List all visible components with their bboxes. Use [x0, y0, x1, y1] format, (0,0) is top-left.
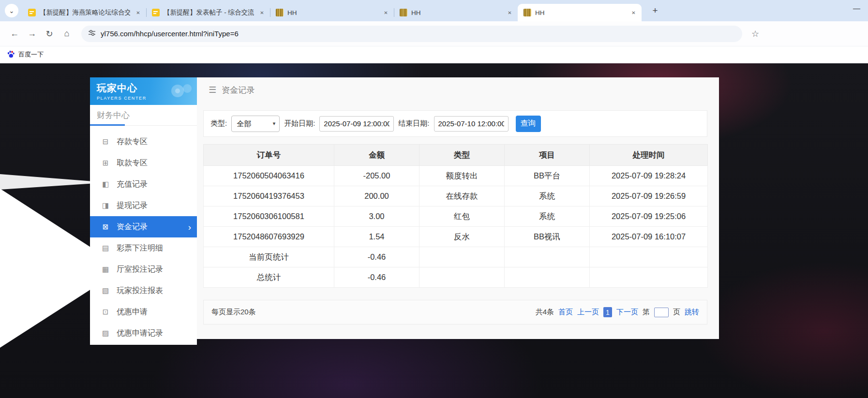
- cell-summary-label: 当前页统计: [204, 247, 334, 267]
- lottery-bet-icon: ▤: [101, 244, 110, 252]
- cell-project: BB视讯: [505, 227, 590, 247]
- type-select[interactable]: 全部: [231, 116, 280, 132]
- sidebar-item-label: 优惠申请: [117, 307, 148, 317]
- browser-tab-active[interactable]: HH ✕: [518, 4, 642, 21]
- cell-type: 额度转出: [419, 166, 505, 186]
- cell-amount: -205.00: [334, 166, 419, 186]
- browser-toolbar: ← → ↻ ⌂ yl756.com/hhcp/usercenter.html?i…: [0, 21, 868, 46]
- sidebar-item-label: 取款专区: [117, 158, 148, 168]
- home-button[interactable]: ⌂: [58, 25, 75, 43]
- search-button[interactable]: 查询: [516, 116, 541, 132]
- cell-type: 在线存款: [419, 186, 505, 206]
- table-header-row: 订单号 金额 类型 项目 处理时间: [204, 145, 708, 166]
- chevron-down-icon: ⌄: [9, 7, 15, 15]
- sidebar-item-hall-bet-record[interactable]: ▦ 厅室投注记录: [90, 259, 197, 280]
- tab-strip: ⌄ 【新提醒】海燕策略论坛综合交 ✕ 【新提醒】发表帖子 - 综合交流 ✕ HH…: [0, 0, 868, 21]
- cell-summary-label: 总统计: [204, 267, 334, 288]
- jump-page-input[interactable]: [654, 308, 669, 317]
- sidebar-item-fund-record[interactable]: ⊠ 资金记录 ›: [90, 216, 197, 237]
- jump-suffix-label: 页: [673, 308, 680, 317]
- cell-amount: -0.46: [334, 247, 419, 267]
- cell-type: 红包: [419, 206, 505, 227]
- back-button[interactable]: ←: [6, 25, 23, 43]
- table-row-total-summary: 总统计 -0.46: [204, 267, 708, 288]
- hh-favicon-icon: [524, 9, 531, 16]
- tab-search-button[interactable]: ⌄: [5, 4, 18, 17]
- records-table: 订单号 金额 类型 项目 处理时间 1752060504063416 -205.…: [203, 144, 708, 288]
- sidebar-header: 玩家中心 PLAYERS CENTER: [90, 77, 197, 105]
- browser-tab[interactable]: 【新提醒】发表帖子 - 综合交流 ✕: [146, 4, 270, 21]
- tab-close-icon[interactable]: ✕: [258, 9, 266, 17]
- tab-title: 【新提醒】海燕策略论坛综合交: [40, 8, 130, 17]
- forward-button[interactable]: →: [23, 25, 41, 43]
- col-order-id: 订单号: [204, 145, 334, 166]
- sidebar-section-finance: 财务中心: [90, 105, 197, 126]
- sidebar-item-player-bet-report[interactable]: ▧ 玩家投注报表: [90, 280, 197, 301]
- sidebar-item-label: 彩票下注明细: [117, 243, 163, 253]
- browser-tab[interactable]: HH ✕: [270, 4, 394, 21]
- table-row: 1752060419376453 200.00 在线存款 系统 2025-07-…: [204, 186, 708, 206]
- col-amount: 金额: [334, 145, 419, 166]
- jump-button[interactable]: 跳转: [685, 308, 699, 317]
- table-row: 1752048607693929 1.54 反水 BB视讯 2025-07-09…: [204, 227, 708, 247]
- reload-button[interactable]: ↻: [41, 25, 58, 43]
- browser-tab[interactable]: 【新提醒】海燕策略论坛综合交 ✕: [22, 4, 146, 21]
- col-project: 项目: [505, 145, 590, 166]
- tabs-container: 【新提醒】海燕策略论坛综合交 ✕ 【新提醒】发表帖子 - 综合交流 ✕ HH ✕…: [22, 0, 642, 21]
- cell-time: 2025-07-09 19:25:06: [590, 206, 708, 227]
- sidebar-item-promo-apply-record[interactable]: ▨ 优惠申请记录: [90, 323, 197, 344]
- page-header: ☰ 资金记录: [197, 77, 719, 103]
- cell-order-id: 1752048607693929: [204, 227, 334, 247]
- tab-title: HH: [535, 9, 626, 16]
- start-date-input[interactable]: [319, 116, 394, 132]
- forum-favicon-icon: [152, 9, 160, 16]
- col-time: 处理时间: [590, 145, 708, 166]
- tab-close-icon[interactable]: ✕: [506, 9, 514, 17]
- prev-page-link[interactable]: 上一页: [577, 308, 599, 317]
- start-date-label: 开始日期:: [284, 119, 315, 128]
- fund-record-icon: ⊠: [101, 222, 110, 231]
- bookmark-item-baidu[interactable]: 百度一下: [7, 50, 44, 59]
- sidebar-item-lottery-bet-detail[interactable]: ▤ 彩票下注明细: [90, 237, 197, 259]
- jump-prefix-label: 第: [643, 308, 650, 317]
- next-page-link[interactable]: 下一页: [616, 308, 638, 317]
- bookmark-label: 百度一下: [18, 50, 44, 59]
- promo-record-icon: ▨: [101, 329, 110, 338]
- table-row: 1752060306100581 3.00 红包 系统 2025-07-09 1…: [204, 206, 708, 227]
- new-tab-button[interactable]: +: [648, 4, 662, 17]
- cell-project: 系统: [505, 186, 590, 206]
- sidebar-item-recharge-record[interactable]: ◧ 充值记录: [90, 174, 197, 195]
- sidebar-item-label: 资金记录: [117, 222, 148, 232]
- end-date-input[interactable]: [434, 116, 509, 132]
- page-title: 资金记录: [222, 85, 254, 96]
- col-type: 类型: [419, 145, 505, 166]
- sidebar-item-deposit[interactable]: ⊟ 存款专区: [90, 131, 197, 152]
- sidebar-item-label: 充值记录: [117, 179, 148, 190]
- cell-order-id: 1752060306100581: [204, 206, 334, 227]
- sidebar-item-label: 提现记录: [117, 201, 148, 211]
- tab-close-icon[interactable]: ✕: [382, 9, 390, 17]
- sidebar-item-label: 存款专区: [117, 137, 148, 147]
- sidebar-item-withdraw[interactable]: ⊞ 取款专区: [90, 152, 197, 174]
- sidebar-item-label: 玩家投注报表: [117, 286, 163, 296]
- minimize-button[interactable]: —: [853, 4, 860, 12]
- sidebar-item-withdrawal-record[interactable]: ◨ 提现记录: [90, 195, 197, 216]
- bookmark-star-icon[interactable]: ☆: [748, 27, 763, 41]
- cell-order-id: 1752060419376453: [204, 186, 334, 206]
- current-page[interactable]: 1: [603, 307, 612, 317]
- address-bar[interactable]: yl756.com/hhcp/usercenter.html?iniType=6: [81, 26, 742, 42]
- tab-close-icon[interactable]: ✕: [629, 9, 638, 17]
- main-panel: ☰ 资金记录 类型: 全部 ▾ 开始日期: 结束日期: 查询: [197, 77, 719, 339]
- bet-report-icon: ▧: [101, 286, 110, 295]
- tab-close-icon[interactable]: ✕: [134, 9, 142, 17]
- first-page-link[interactable]: 首页: [558, 308, 573, 317]
- end-date-label: 结束日期:: [398, 119, 429, 128]
- site-settings-icon[interactable]: [88, 29, 96, 39]
- browser-tab[interactable]: HH ✕: [394, 4, 518, 21]
- forum-favicon-icon: [28, 9, 36, 16]
- bookmarks-bar: 百度一下: [0, 46, 868, 63]
- table-row-page-summary: 当前页统计 -0.46: [204, 247, 708, 267]
- hh-favicon-icon: [276, 9, 284, 16]
- sidebar-item-promo-apply[interactable]: ⊡ 优惠申请: [90, 301, 197, 323]
- total-count: 共4条: [536, 308, 554, 317]
